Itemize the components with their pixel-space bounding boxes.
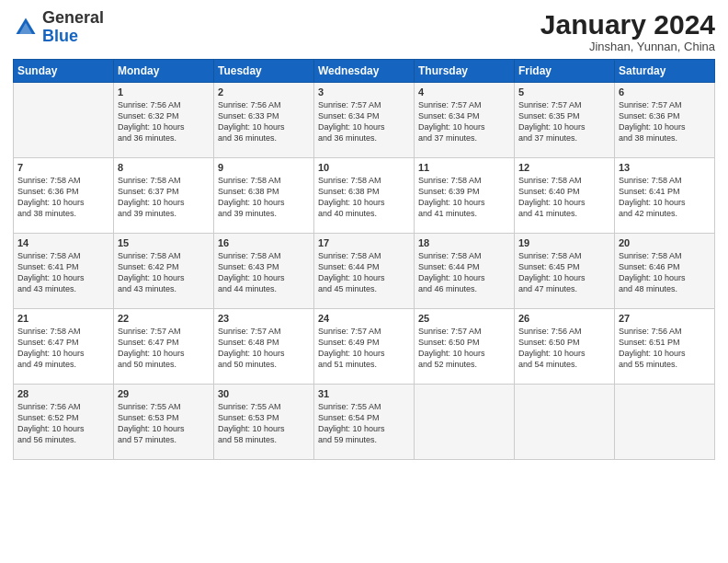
day-number: 29 — [118, 388, 210, 399]
day-info: Sunrise: 7:57 AM Sunset: 6:49 PM Dayligh… — [318, 326, 410, 371]
day-info: Sunrise: 7:57 AM Sunset: 6:47 PM Dayligh… — [118, 326, 210, 371]
day-info: Sunrise: 7:56 AM Sunset: 6:33 PM Dayligh… — [218, 99, 310, 144]
day-cell: 22Sunrise: 7:57 AM Sunset: 6:47 PM Dayli… — [114, 309, 214, 385]
day-cell: 20Sunrise: 7:58 AM Sunset: 6:46 PM Dayli… — [615, 234, 715, 309]
day-number: 30 — [218, 388, 310, 399]
day-cell: 3Sunrise: 7:57 AM Sunset: 6:34 PM Daylig… — [314, 83, 415, 158]
day-cell: 17Sunrise: 7:58 AM Sunset: 6:44 PM Dayli… — [314, 234, 415, 309]
day-cell: 29Sunrise: 7:55 AM Sunset: 6:53 PM Dayli… — [114, 385, 214, 460]
day-info: Sunrise: 7:56 AM Sunset: 6:32 PM Dayligh… — [118, 99, 210, 144]
title-block: January 2024 Jinshan, Yunnan, China — [540, 9, 715, 53]
day-cell: 10Sunrise: 7:58 AM Sunset: 6:38 PM Dayli… — [314, 158, 415, 234]
day-number: 18 — [418, 237, 510, 248]
page-subtitle: Jinshan, Yunnan, China — [540, 40, 715, 53]
day-info: Sunrise: 7:58 AM Sunset: 6:41 PM Dayligh… — [619, 175, 711, 220]
day-number: 24 — [318, 313, 410, 324]
day-info: Sunrise: 7:58 AM Sunset: 6:46 PM Dayligh… — [619, 250, 711, 295]
logo-text: General Blue — [42, 9, 104, 46]
day-number: 21 — [17, 313, 109, 324]
day-number: 17 — [318, 237, 410, 248]
day-number: 27 — [619, 313, 711, 324]
logo-blue: Blue — [42, 27, 78, 45]
day-cell: 23Sunrise: 7:57 AM Sunset: 6:48 PM Dayli… — [214, 309, 314, 385]
day-cell: 30Sunrise: 7:55 AM Sunset: 6:53 PM Dayli… — [214, 385, 314, 460]
day-cell: 2Sunrise: 7:56 AM Sunset: 6:33 PM Daylig… — [214, 83, 314, 158]
logo: General Blue — [13, 9, 104, 46]
day-cell: 4Sunrise: 7:57 AM Sunset: 6:34 PM Daylig… — [415, 83, 515, 158]
day-cell: 7Sunrise: 7:58 AM Sunset: 6:36 PM Daylig… — [14, 158, 114, 234]
day-cell: 24Sunrise: 7:57 AM Sunset: 6:49 PM Dayli… — [314, 309, 415, 385]
day-info: Sunrise: 7:56 AM Sunset: 6:51 PM Dayligh… — [619, 326, 711, 371]
day-cell — [14, 83, 114, 158]
week-row-1: 1Sunrise: 7:56 AM Sunset: 6:32 PM Daylig… — [14, 83, 715, 158]
day-number: 11 — [418, 162, 510, 173]
day-number: 12 — [518, 162, 610, 173]
day-cell: 31Sunrise: 7:55 AM Sunset: 6:54 PM Dayli… — [314, 385, 415, 460]
day-info: Sunrise: 7:56 AM Sunset: 6:52 PM Dayligh… — [17, 401, 109, 446]
day-cell: 14Sunrise: 7:58 AM Sunset: 6:41 PM Dayli… — [14, 234, 114, 309]
day-cell: 16Sunrise: 7:58 AM Sunset: 6:43 PM Dayli… — [214, 234, 314, 309]
day-cell: 15Sunrise: 7:58 AM Sunset: 6:42 PM Dayli… — [114, 234, 214, 309]
header-day-sunday: Sunday — [14, 60, 114, 83]
day-info: Sunrise: 7:55 AM Sunset: 6:53 PM Dayligh… — [218, 401, 310, 446]
day-cell: 13Sunrise: 7:58 AM Sunset: 6:41 PM Dayli… — [615, 158, 715, 234]
day-cell: 8Sunrise: 7:58 AM Sunset: 6:37 PM Daylig… — [114, 158, 214, 234]
day-number: 28 — [17, 388, 109, 399]
day-cell: 27Sunrise: 7:56 AM Sunset: 6:51 PM Dayli… — [615, 309, 715, 385]
day-info: Sunrise: 7:55 AM Sunset: 6:53 PM Dayligh… — [118, 401, 210, 446]
day-number: 20 — [619, 237, 711, 248]
day-info: Sunrise: 7:58 AM Sunset: 6:45 PM Dayligh… — [518, 250, 610, 295]
day-info: Sunrise: 7:57 AM Sunset: 6:35 PM Dayligh… — [518, 99, 610, 144]
day-cell: 11Sunrise: 7:58 AM Sunset: 6:39 PM Dayli… — [415, 158, 515, 234]
day-info: Sunrise: 7:58 AM Sunset: 6:40 PM Dayligh… — [518, 175, 610, 220]
day-cell — [415, 385, 515, 460]
day-number: 26 — [518, 313, 610, 324]
day-info: Sunrise: 7:57 AM Sunset: 6:34 PM Dayligh… — [418, 99, 510, 144]
day-cell: 1Sunrise: 7:56 AM Sunset: 6:32 PM Daylig… — [114, 83, 214, 158]
day-number: 10 — [318, 162, 410, 173]
day-number: 1 — [118, 86, 210, 98]
header-day-monday: Monday — [114, 60, 214, 83]
day-info: Sunrise: 7:58 AM Sunset: 6:39 PM Dayligh… — [418, 175, 510, 220]
day-info: Sunrise: 7:58 AM Sunset: 6:37 PM Dayligh… — [118, 175, 210, 220]
day-info: Sunrise: 7:57 AM Sunset: 6:48 PM Dayligh… — [218, 326, 310, 371]
day-cell: 28Sunrise: 7:56 AM Sunset: 6:52 PM Dayli… — [14, 385, 114, 460]
day-info: Sunrise: 7:58 AM Sunset: 6:42 PM Dayligh… — [118, 250, 210, 295]
day-number: 14 — [17, 237, 109, 248]
day-number: 6 — [619, 86, 711, 98]
day-info: Sunrise: 7:56 AM Sunset: 6:50 PM Dayligh… — [518, 326, 610, 371]
calendar-table: SundayMondayTuesdayWednesdayThursdayFrid… — [13, 59, 715, 460]
week-row-2: 7Sunrise: 7:58 AM Sunset: 6:36 PM Daylig… — [14, 158, 715, 234]
day-cell: 26Sunrise: 7:56 AM Sunset: 6:50 PM Dayli… — [515, 309, 615, 385]
day-cell — [515, 385, 615, 460]
header-day-wednesday: Wednesday — [314, 60, 415, 83]
page-title: January 2024 — [540, 9, 715, 40]
day-number: 22 — [118, 313, 210, 324]
day-number: 9 — [218, 162, 310, 173]
header-day-friday: Friday — [515, 60, 615, 83]
day-number: 25 — [418, 313, 510, 324]
day-info: Sunrise: 7:58 AM Sunset: 6:36 PM Dayligh… — [17, 175, 109, 220]
day-info: Sunrise: 7:58 AM Sunset: 6:41 PM Dayligh… — [17, 250, 109, 295]
day-number: 31 — [318, 388, 410, 399]
page: General Blue January 2024 Jinshan, Yunna… — [0, 0, 728, 563]
week-row-4: 21Sunrise: 7:58 AM Sunset: 6:47 PM Dayli… — [14, 309, 715, 385]
day-info: Sunrise: 7:58 AM Sunset: 6:44 PM Dayligh… — [318, 250, 410, 295]
logo-icon — [13, 15, 39, 40]
day-info: Sunrise: 7:57 AM Sunset: 6:50 PM Dayligh… — [418, 326, 510, 371]
day-info: Sunrise: 7:58 AM Sunset: 6:47 PM Dayligh… — [17, 326, 109, 371]
day-number: 8 — [118, 162, 210, 173]
header-day-saturday: Saturday — [615, 60, 715, 83]
day-number: 19 — [518, 237, 610, 248]
day-cell: 6Sunrise: 7:57 AM Sunset: 6:36 PM Daylig… — [615, 83, 715, 158]
day-cell — [615, 385, 715, 460]
week-row-5: 28Sunrise: 7:56 AM Sunset: 6:52 PM Dayli… — [14, 385, 715, 460]
header: General Blue January 2024 Jinshan, Yunna… — [13, 9, 715, 53]
logo-general: General — [42, 8, 104, 27]
day-cell: 12Sunrise: 7:58 AM Sunset: 6:40 PM Dayli… — [515, 158, 615, 234]
day-number: 16 — [218, 237, 310, 248]
day-cell: 9Sunrise: 7:58 AM Sunset: 6:38 PM Daylig… — [214, 158, 314, 234]
day-number: 7 — [17, 162, 109, 173]
day-cell: 18Sunrise: 7:58 AM Sunset: 6:44 PM Dayli… — [415, 234, 515, 309]
day-info: Sunrise: 7:58 AM Sunset: 6:44 PM Dayligh… — [418, 250, 510, 295]
